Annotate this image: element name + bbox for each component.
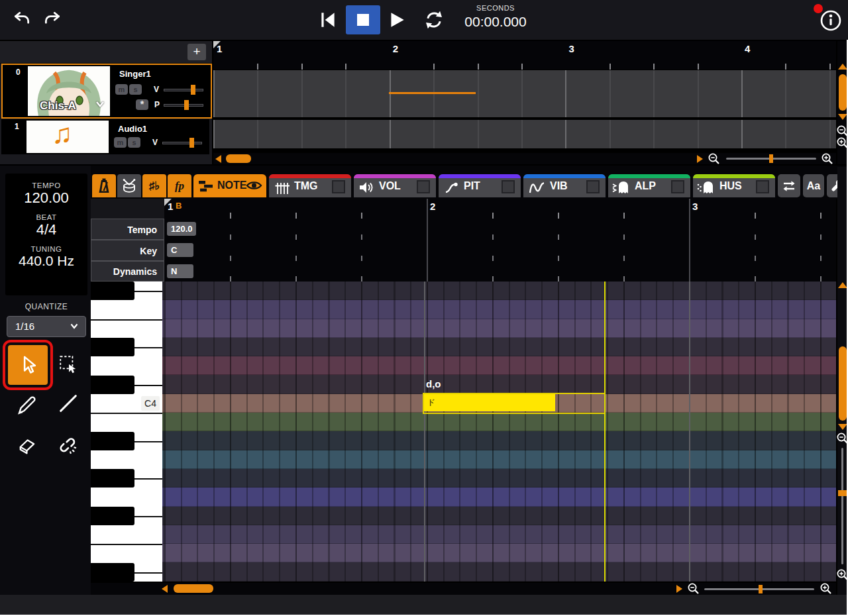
black-key[interactable] xyxy=(91,376,134,394)
tempo-row[interactable]: 120.0 xyxy=(164,219,836,240)
audio-track-lane[interactable] xyxy=(213,120,836,148)
tab-tmg-checkbox[interactable] xyxy=(332,180,345,193)
scroll-left-button[interactable] xyxy=(215,155,221,163)
beat-tick xyxy=(257,64,258,70)
arrange-h-scrollbar-thumb[interactable] xyxy=(226,154,251,163)
scroll-up-button[interactable] xyxy=(838,282,847,288)
tab-vib[interactable]: VIB xyxy=(523,174,606,197)
black-key[interactable] xyxy=(91,469,134,488)
tuning-label: TUNING xyxy=(5,245,87,253)
key-row[interactable]: C xyxy=(164,240,836,262)
info-button[interactable] xyxy=(819,9,843,32)
pan-slider[interactable] xyxy=(164,104,203,107)
arrange-timeline-ruler[interactable]: 1234 xyxy=(213,41,836,70)
tab-alp-checkbox[interactable] xyxy=(671,180,684,193)
render-button[interactable]: * xyxy=(136,99,148,110)
tuning-value[interactable]: 440.0 Hz xyxy=(5,253,87,269)
tab-note[interactable]: NOTE xyxy=(193,174,266,197)
singer-clip[interactable] xyxy=(389,92,476,94)
pianoroll-vzoom-slider[interactable] xyxy=(841,448,843,564)
lyrics-button[interactable]: Aa xyxy=(803,174,824,197)
black-key[interactable] xyxy=(91,282,134,300)
add-track-button[interactable]: + xyxy=(187,44,206,60)
tab-hus[interactable]: HUS xyxy=(693,174,775,197)
scroll-up-button[interactable] xyxy=(838,64,847,70)
quantize-select[interactable]: 1/16 xyxy=(7,316,86,337)
track-row-audio[interactable]: 1 Audio1 m s V xyxy=(1,119,209,154)
mute-button[interactable]: m xyxy=(115,84,128,95)
tab-alp[interactable]: ALP xyxy=(608,174,690,197)
tab-pit[interactable]: PIT xyxy=(439,174,521,197)
tab-vib-checkbox[interactable] xyxy=(586,180,600,193)
tab-tmg[interactable]: TMG xyxy=(269,174,351,197)
quantize-label: QUANTIZE xyxy=(5,302,87,311)
singer-track-lane[interactable] xyxy=(213,70,836,117)
pan-slider-handle[interactable] xyxy=(184,100,189,110)
black-key[interactable] xyxy=(91,507,134,525)
black-key[interactable] xyxy=(91,432,134,450)
arrange-v-scrollbar-thumb[interactable] xyxy=(839,74,847,111)
visibility-eye-icon[interactable] xyxy=(246,180,262,191)
arrange-zoom-handle[interactable] xyxy=(769,154,773,163)
pianoroll-v-scrollbar-thumb[interactable] xyxy=(839,346,847,421)
zoom-out-icon[interactable] xyxy=(708,152,721,166)
tab-vol-checkbox[interactable] xyxy=(417,180,430,193)
volume-slider[interactable] xyxy=(162,142,202,144)
line-tool-button[interactable] xyxy=(53,388,83,419)
dynamics-row[interactable]: N xyxy=(164,261,836,282)
singer-avatar[interactable]: Chis-A xyxy=(28,66,110,116)
audio-thumbnail[interactable] xyxy=(26,121,109,153)
beat-tick xyxy=(492,276,494,282)
beat-value[interactable]: 4/4 xyxy=(5,221,87,238)
play-button[interactable] xyxy=(384,7,409,33)
volume-slider[interactable] xyxy=(164,89,203,91)
black-key[interactable] xyxy=(91,563,134,582)
undo-button[interactable] xyxy=(11,8,33,30)
quantize-value: 1/16 xyxy=(15,321,34,332)
pianoroll-vzoom-handle[interactable] xyxy=(838,490,847,496)
zoom-in-icon[interactable] xyxy=(821,152,834,166)
accidentals-toggle[interactable]: ♯♭ xyxy=(142,174,166,197)
solo-button[interactable]: s xyxy=(128,137,140,148)
loop-button[interactable] xyxy=(421,8,447,32)
note-lyric[interactable]: d,o xyxy=(426,378,441,389)
skip-to-start-button[interactable] xyxy=(315,7,341,33)
piano-keyboard[interactable]: C4 xyxy=(91,282,164,582)
tab-hus-checkbox[interactable] xyxy=(756,180,769,193)
volume-slider-handle[interactable] xyxy=(189,138,194,148)
editor-ruler[interactable]: B 123 xyxy=(164,199,836,219)
voice-select-chevron-icon[interactable] xyxy=(94,98,106,110)
track-row-singer[interactable]: 0 Chis-A Singer1 m s V * P xyxy=(1,64,212,119)
zoom-out-icon[interactable] xyxy=(687,582,700,595)
tab-vol[interactable]: VOL xyxy=(354,174,436,197)
black-key[interactable] xyxy=(91,338,134,356)
zoom-in-icon[interactable] xyxy=(820,582,833,595)
volume-slider-handle[interactable] xyxy=(191,85,195,95)
redo-button[interactable] xyxy=(41,8,64,30)
pianoroll-h-scrollbar-thumb[interactable] xyxy=(174,584,213,593)
tempo-value[interactable]: 120.00 xyxy=(5,189,87,207)
solo-button[interactable]: s xyxy=(129,84,142,95)
mute-button[interactable]: m xyxy=(114,137,127,148)
eraser-tool-button[interactable] xyxy=(11,429,44,462)
piano-roll-grid[interactable]: d,o ド xyxy=(162,282,836,582)
tab-pit-checkbox[interactable] xyxy=(502,180,515,193)
scroll-down-button[interactable] xyxy=(838,114,847,120)
time-display[interactable]: SECONDS 00:00.000 xyxy=(453,4,538,30)
pianoroll-zoom-handle[interactable] xyxy=(759,585,763,593)
scroll-left-button[interactable] xyxy=(162,585,168,593)
playhead[interactable] xyxy=(604,282,606,582)
pencil-tool-button[interactable] xyxy=(11,388,44,421)
unlink-tool-button[interactable] xyxy=(53,431,83,461)
metronome-toggle[interactable] xyxy=(92,174,116,197)
dynamics-toggle[interactable]: fp xyxy=(168,174,191,197)
rect-select-tool-button[interactable] xyxy=(53,349,83,380)
drum-toggle[interactable] xyxy=(117,174,141,197)
note[interactable]: ド xyxy=(424,394,555,411)
scroll-right-button[interactable] xyxy=(697,155,703,163)
scroll-right-button[interactable] xyxy=(676,585,682,593)
swap-editors-button[interactable] xyxy=(778,174,800,197)
song-settings-panel[interactable]: TEMPO 120.00 BEAT 4/4 TUNING 440.0 Hz xyxy=(5,174,87,295)
scroll-down-button[interactable] xyxy=(838,424,847,430)
stop-button[interactable] xyxy=(346,5,380,34)
